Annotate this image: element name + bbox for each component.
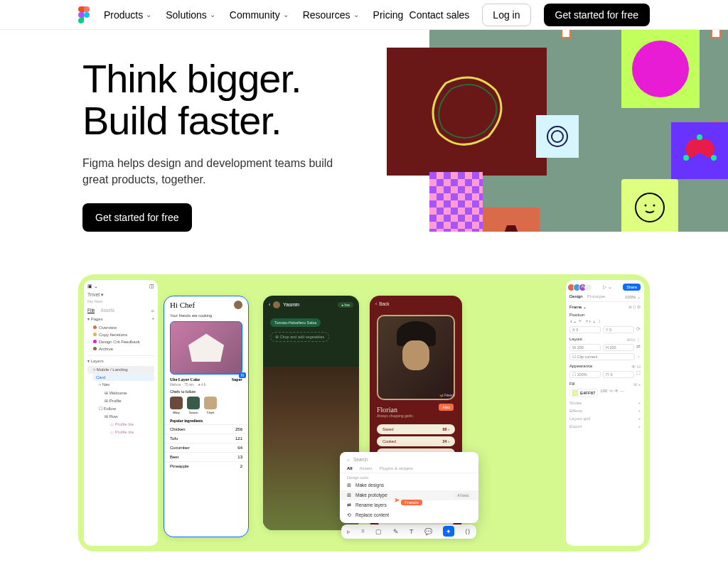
collaborator-avatars[interactable]: A	[569, 284, 592, 291]
action-make-designs[interactable]: ⊞Make designs	[340, 480, 478, 490]
search-input[interactable]: ⌕Search	[340, 455, 478, 464]
back-icon[interactable]: ‹	[269, 302, 270, 307]
chevron-down-icon: ⌄	[210, 11, 215, 18]
h-input[interactable]: H 200	[603, 344, 634, 351]
rotation-input[interactable]: ⊓ 0	[603, 371, 634, 378]
collage-tile-blob	[387, 48, 547, 176]
layer-item[interactable]: ☐ Follow	[93, 404, 154, 412]
friend-badge: Alex	[439, 404, 454, 411]
search-icon[interactable]: ⌕	[151, 308, 154, 313]
rectangle-tool-icon[interactable]: ▢	[375, 528, 382, 535]
figma-logo-icon[interactable]	[78, 6, 90, 23]
canvas-toolbar: ▹ ⌗ ▢ ✎ T 💬 ✦ ⟨⟩	[341, 524, 476, 539]
y-input[interactable]: Y 0	[603, 326, 634, 333]
text-tool-icon[interactable]: T	[410, 528, 414, 535]
svg-point-0	[84, 12, 90, 18]
w-input[interactable]: W 200	[569, 344, 601, 351]
clip-content[interactable]: ☑ Clip content	[569, 353, 635, 360]
project-name[interactable]: Trivet ▾	[87, 292, 154, 298]
section-export[interactable]: Export	[569, 424, 582, 429]
nav-resources[interactable]: Resources⌄	[303, 9, 359, 21]
figma-icon[interactable]: ▣ ⌄	[87, 284, 98, 289]
hero-subtitle: Figma helps design and development teams…	[82, 155, 338, 188]
ingredient-row: Chicken256	[164, 424, 248, 434]
layer-item[interactable]: ⌗ Mobile / Landing	[87, 366, 154, 374]
collage-tile-checker	[429, 172, 483, 232]
action-replace-content[interactable]: ⟲Replace content	[340, 510, 478, 520]
layer-item[interactable]: ⌗ Nav	[93, 381, 154, 389]
section-appearance: Appearance	[569, 364, 592, 369]
svg-point-1	[547, 127, 567, 146]
pen-tool-icon[interactable]: ✎	[393, 528, 399, 535]
frame-hi-chef[interactable]: Hi Chef Your friends are cooking Xi Ube …	[164, 296, 249, 537]
avatar-icon	[273, 301, 280, 308]
layer-item[interactable]: ◇ Profile tile	[105, 428, 154, 436]
move-tool-icon[interactable]: ▹	[347, 528, 350, 535]
search-tab-assets[interactable]: Assets	[360, 466, 373, 470]
frame-subtitle: Your friends are cooking	[164, 313, 248, 320]
svg-point-5	[697, 134, 702, 140]
ingredient-row: Pineapple2	[164, 461, 248, 470]
zoom-level[interactable]: 100% ⌄	[625, 294, 641, 299]
stat-row[interactable]: Cooked24 ›	[377, 436, 455, 446]
frame-type[interactable]: Frame ⌄	[569, 304, 587, 309]
section-effects[interactable]: Effects	[569, 409, 582, 413]
canvas[interactable]: Hi Chef Your friends are cooking Xi Ube …	[164, 296, 560, 544]
search-icon: ⌕	[347, 457, 350, 462]
svg-point-7	[645, 205, 647, 207]
x-input[interactable]: X 0	[569, 326, 601, 333]
page-overview[interactable]: Overview	[87, 324, 154, 331]
layer-item[interactable]: ⊞ Profile	[99, 397, 154, 404]
back-icon[interactable]: ‹	[375, 301, 377, 306]
stat-row[interactable]: Saved88 ›	[377, 424, 455, 434]
cursor-icon: ➤	[394, 496, 400, 504]
svg-point-3	[683, 155, 689, 161]
panel-toggle-icon[interactable]: ◫	[149, 284, 154, 289]
nav-products[interactable]: Products⌄	[104, 9, 151, 21]
collage-tile-jester	[671, 122, 728, 179]
action-make-prototype[interactable]: ⊞Make prototypeAI beta	[340, 490, 478, 500]
hero-section: Think bigger.Build faster. Figma helps d…	[0, 30, 728, 232]
get-started-button[interactable]: Get started for free	[544, 4, 651, 26]
tab-design[interactable]: Design	[569, 294, 583, 299]
layer-item[interactable]: ◇ Profile tile	[105, 420, 154, 428]
frame-tool-icon[interactable]: ⌗	[361, 527, 365, 535]
comment-tool-icon[interactable]: 💬	[424, 528, 432, 535]
nav-community[interactable]: Community⌄	[230, 9, 289, 21]
layer-item[interactable]: ⊞ Row	[99, 412, 154, 420]
editor-preview: ▣ ⌄◫ Trivet ▾ Key flows File Assets ⌕ ▾ …	[78, 274, 650, 551]
section-position: Position	[569, 313, 641, 317]
page-archive[interactable]: Archive	[87, 345, 154, 353]
fill-color[interactable]: E4FF87	[569, 389, 598, 397]
layer-item[interactable]: ⊞ Welcome	[99, 389, 154, 397]
nav-pricing[interactable]: Pricing	[373, 9, 404, 21]
chef-avatars	[164, 395, 248, 411]
share-button[interactable]: Share	[623, 284, 641, 291]
search-tab-plugins[interactable]: Plugins & widgets	[380, 466, 413, 470]
play-icon[interactable]: ▷ ⌄	[603, 284, 612, 290]
feature-tabs: Design Build Jam Present	[0, 551, 728, 565]
tab-assets[interactable]: Assets	[100, 308, 114, 313]
collage-tile-spiral	[536, 115, 579, 158]
hero-cta-button[interactable]: Get started for free	[82, 203, 192, 232]
ingredient-row: Cucumber64	[164, 443, 248, 452]
avatar-icon	[234, 301, 242, 309]
contact-sales-link[interactable]: Contact sales	[410, 9, 470, 21]
page-design-crit[interactable]: Design Crit Feedback	[87, 338, 154, 345]
actions-tool-icon[interactable]: ✦	[443, 526, 454, 537]
tab-prototype[interactable]: Prototype	[587, 294, 606, 299]
section-stroke[interactable]: Stroke	[569, 401, 582, 405]
tab-file[interactable]: File	[87, 308, 95, 313]
align-icons[interactable]: ⫞ ⫠ ⫟ ⊤ ⊢ ⊥ ⋮	[569, 319, 641, 323]
opacity-input[interactable]: ☐ 100%	[569, 371, 601, 378]
page-copy-iterations[interactable]: Copy Iterations	[87, 331, 154, 338]
search-tab-all[interactable]: All	[347, 466, 353, 470]
chevron-down-icon: ⌄	[353, 11, 359, 18]
nav-solutions[interactable]: Solutions⌄	[166, 9, 215, 21]
section-layout-grid[interactable]: Layout grid	[569, 416, 591, 421]
cursor-tag: Xi	[239, 372, 246, 378]
dev-mode-icon[interactable]: ⟨⟩	[465, 528, 471, 535]
add-page-icon[interactable]: +	[151, 316, 154, 321]
login-button[interactable]: Log in	[482, 4, 530, 26]
layer-item[interactable]: Card	[93, 374, 154, 381]
